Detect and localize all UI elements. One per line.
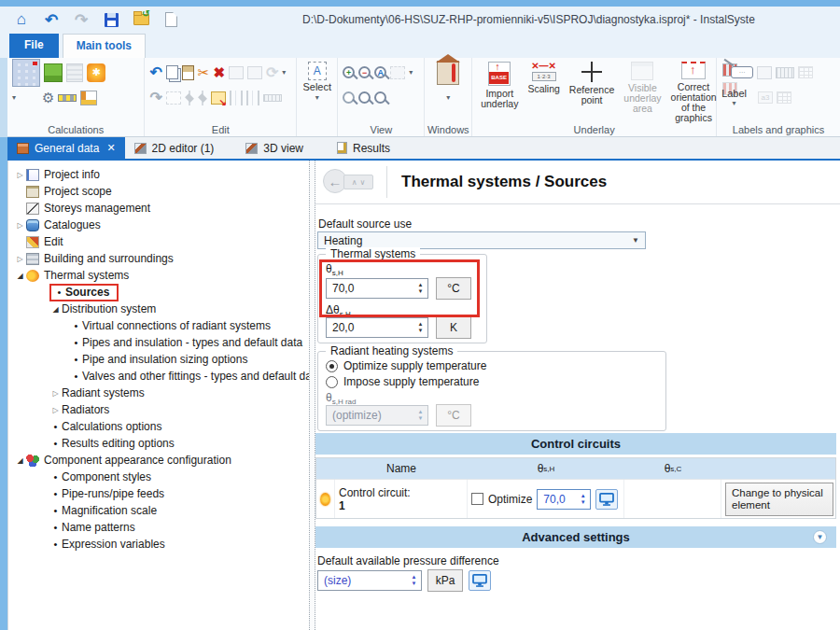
import-underlay-button[interactable]: Import underlay — [477, 60, 522, 123]
delta-theta-unit-button[interactable]: K — [436, 316, 471, 339]
pressure-spinner[interactable]: (size) ▲▼ — [317, 570, 422, 591]
theta-sh-spinner[interactable]: 70,0 ▲▼ — [326, 278, 428, 299]
list-icon[interactable] — [776, 67, 794, 78]
undo-icon[interactable]: ↶ — [41, 9, 62, 30]
tree-item-sources[interactable]: •Sources — [8, 284, 309, 301]
diagnostics-icon[interactable] — [80, 91, 97, 105]
tab-general-data[interactable]: General data ✕ — [7, 137, 125, 159]
tree-item-component-appearance-configuration[interactable]: ◢Component appearance configuration — [8, 452, 309, 469]
spinner-arrows-icon[interactable]: ▲▼ — [413, 318, 427, 337]
calculate-icon[interactable] — [12, 59, 40, 87]
copy-icon[interactable] — [166, 65, 178, 79]
pan-icon[interactable] — [343, 91, 355, 104]
tab-main-tools[interactable]: Main tools — [63, 34, 146, 58]
tree-item-radiant-systems[interactable]: ▷Radiant systems — [8, 385, 309, 401]
visible-underlay-button[interactable]: Visible underlay area — [620, 60, 665, 123]
chevron-down-icon[interactable]: ▾ — [282, 68, 286, 77]
open-icon[interactable] — [131, 9, 151, 30]
zoom-previous-icon[interactable] — [358, 91, 371, 104]
expand-arrow-icon[interactable]: ▷ — [49, 406, 62, 414]
chevron-down-icon[interactable]: ▾ — [12, 93, 16, 102]
windows-house-icon[interactable] — [437, 61, 459, 85]
pressure-unit-button[interactable]: kPa — [427, 569, 463, 592]
expand-arrow-icon[interactable]: ▷ — [14, 171, 26, 179]
redo-edit-icon[interactable]: ↷ — [149, 89, 161, 106]
reference-point-button[interactable]: Reference point — [566, 60, 618, 123]
zoom-all-icon[interactable]: A — [374, 66, 386, 78]
zoom-window-icon[interactable] — [374, 91, 386, 104]
close-tab-icon[interactable]: ✕ — [106, 142, 115, 154]
select-button[interactable]: A Select ▾ — [301, 60, 332, 104]
zoom-in-icon[interactable]: + — [343, 66, 355, 78]
grid-icon[interactable] — [777, 91, 791, 104]
spinner-arrows-icon[interactable]: ▲▼ — [413, 279, 427, 298]
label-button[interactable]: Label ▾ — [721, 88, 747, 107]
tree-item-thermal-systems[interactable]: ◢Thermal systems — [8, 267, 309, 284]
nav-up-down-buttons[interactable]: ∧∨ — [343, 175, 373, 189]
save-icon[interactable] — [101, 9, 121, 30]
tab-results[interactable]: Results — [328, 137, 399, 159]
new-document-icon[interactable] — [161, 9, 181, 30]
tree-item-edit[interactable]: Edit — [8, 233, 309, 250]
align-icon[interactable] — [229, 66, 244, 79]
radio-impose-supply[interactable]: Impose supply temperature — [326, 375, 479, 388]
computer-default-icon[interactable] — [469, 570, 491, 591]
pipe-calc-icon[interactable] — [58, 94, 77, 102]
arrange-icon[interactable] — [247, 66, 262, 79]
tree-item-valves-and-other-fittings-types-and-default-data[interactable]: •Valves and other fittings - types and d… — [8, 368, 309, 385]
change-to-physical-button[interactable]: Change to physical element — [725, 483, 833, 516]
heating-calc-icon[interactable] — [44, 63, 63, 82]
expand-arrow-icon[interactable]: ▷ — [14, 255, 26, 263]
mirror-horizontal-icon[interactable] — [230, 91, 243, 105]
app-logo-icon[interactable]: ⌂ — [11, 9, 32, 30]
spinner-arrows-icon[interactable]: ▲▼ — [576, 490, 590, 509]
panel-splitter[interactable] — [309, 161, 315, 630]
paste-icon[interactable] — [182, 65, 194, 80]
a3-format-icon[interactable]: a3 — [758, 91, 773, 104]
spinner-arrows-icon[interactable]: ▲▼ — [407, 571, 421, 590]
collapse-arrow-icon[interactable]: ◢ — [49, 305, 62, 314]
measure-icon[interactable] — [263, 94, 282, 102]
tree-item-component-styles[interactable]: •Component styles — [8, 469, 309, 485]
tree-item-pipe-and-insulation-sizing-options[interactable]: •Pipe and insulation sizing options — [8, 351, 309, 368]
pump-settings-icon[interactable]: ⚙ — [42, 90, 54, 106]
tree-item-project-info[interactable]: ▷Project info — [8, 166, 309, 183]
collapse-arrow-icon[interactable]: ◢ — [14, 272, 26, 280]
delete-icon[interactable]: ✖ — [213, 64, 225, 81]
tree-item-calculations-options[interactable]: •Calculations options — [8, 418, 309, 435]
tab-3d-view[interactable]: 3D view — [236, 137, 313, 159]
tree-item-expression-variables[interactable]: •Expression variables — [8, 536, 309, 553]
computer-default-icon[interactable] — [595, 489, 618, 510]
mirror-vertical-icon[interactable] — [246, 91, 259, 105]
tree-item-results-editing-options[interactable]: •Results editing options — [8, 435, 309, 452]
label-tag-icon[interactable]: ··· — [721, 66, 753, 78]
tab-2d-editor[interactable]: 2D editor (1) — [125, 137, 224, 159]
expand-arrow-icon[interactable]: ▷ — [14, 221, 26, 230]
redo-icon[interactable]: ↷ — [71, 9, 91, 30]
optimize-checkbox[interactable] — [471, 493, 483, 505]
expand-arrow-icon[interactable]: ▷ — [49, 389, 62, 398]
scaling-button[interactable]: ✕—✕1·2·3 Scaling — [524, 60, 563, 123]
theta-sh-unit-button[interactable]: °C — [436, 277, 471, 300]
tree-item-name-patterns[interactable]: •Name patterns — [8, 519, 309, 536]
tree-item-magnification-scale[interactable]: •Magnification scale — [8, 502, 309, 519]
collapse-chevron-icon[interactable]: ▼ — [813, 530, 827, 544]
zoom-out-icon[interactable]: − — [358, 66, 371, 78]
empty-selection-icon[interactable] — [166, 91, 181, 105]
tree-item-distribution-system[interactable]: ◢Distribution system — [8, 301, 309, 317]
radio-optimize-supply[interactable]: Optimize supply temperature — [326, 359, 486, 372]
tree-item-project-scope[interactable]: Project scope — [8, 183, 309, 200]
tree-item-pipe-runs-pipe-feeds[interactable]: •Pipe-runs/pipe feeds — [8, 485, 309, 502]
tree-item-virtual-connections-of-radiant-systems[interactable]: •Virtual connections of radiant systems — [8, 317, 309, 334]
undo-edit-icon[interactable]: ↶ — [149, 63, 161, 81]
join-icon[interactable] — [198, 91, 207, 105]
delta-theta-spinner[interactable]: 20,0 ▲▼ — [326, 317, 428, 338]
building-calc-icon[interactable] — [66, 63, 83, 82]
tree-item-radiators[interactable]: ▷Radiators — [8, 401, 309, 418]
tree-item-building-and-surroundings[interactable]: ▷Building and surroundings — [8, 250, 309, 267]
tree-item-storeys-management[interactable]: Storeys management — [8, 200, 309, 217]
zoom-selection-icon[interactable] — [390, 66, 405, 79]
move-icon[interactable] — [211, 91, 226, 105]
cooling-calc-icon[interactable]: ✱ — [87, 63, 105, 82]
rotate-icon[interactable]: ⟳ — [266, 63, 278, 81]
